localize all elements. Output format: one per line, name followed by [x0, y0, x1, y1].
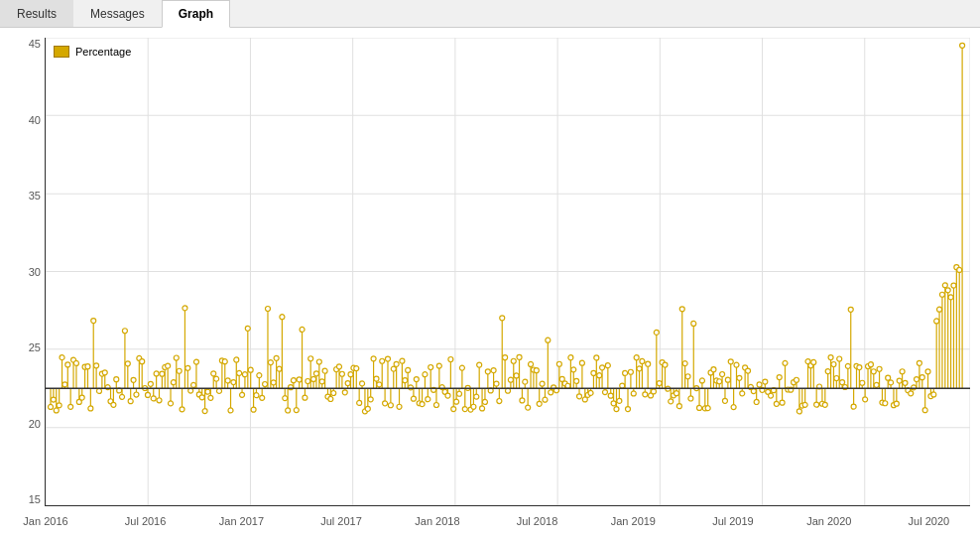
svg-point-64	[114, 377, 119, 382]
svg-point-180	[280, 315, 285, 320]
svg-point-386	[574, 378, 579, 383]
tab-results[interactable]: Results	[0, 0, 73, 27]
svg-point-290	[436, 363, 441, 368]
x-label-jan2017: Jan 2017	[219, 515, 264, 527]
svg-point-576	[845, 363, 850, 368]
svg-point-578	[848, 307, 853, 312]
svg-point-596	[874, 382, 879, 387]
svg-point-624	[915, 377, 919, 382]
svg-point-226	[345, 381, 350, 386]
svg-point-564	[828, 355, 833, 360]
svg-point-586	[860, 380, 865, 385]
svg-point-552	[811, 359, 816, 364]
svg-point-388	[577, 394, 582, 399]
svg-point-86	[145, 392, 150, 397]
svg-point-266	[403, 378, 408, 383]
svg-point-644	[942, 283, 947, 288]
svg-point-384	[571, 367, 576, 372]
svg-point-458	[676, 404, 681, 409]
svg-point-32	[68, 404, 73, 409]
svg-point-288	[433, 403, 438, 408]
svg-point-24	[57, 403, 61, 408]
svg-point-432	[640, 358, 645, 363]
svg-point-336	[503, 355, 508, 360]
svg-point-402	[597, 373, 602, 378]
svg-point-482	[711, 367, 716, 372]
svg-point-182	[283, 396, 288, 401]
svg-point-136	[216, 388, 221, 393]
svg-point-350	[523, 379, 528, 384]
svg-point-414	[614, 407, 619, 412]
x-label-jan2019: Jan 2019	[611, 515, 656, 527]
svg-point-628	[919, 375, 924, 380]
svg-point-428	[634, 355, 639, 360]
svg-point-436	[646, 361, 651, 366]
svg-point-252	[383, 401, 388, 406]
svg-point-650	[951, 283, 956, 288]
svg-point-324	[485, 369, 490, 374]
svg-point-152	[240, 392, 245, 397]
svg-point-570	[837, 356, 842, 361]
svg-point-56	[102, 370, 107, 375]
svg-point-174	[271, 380, 276, 385]
svg-point-298	[448, 357, 453, 362]
svg-point-96	[160, 371, 165, 376]
svg-point-422	[626, 407, 631, 412]
svg-point-120	[193, 359, 198, 364]
tab-graph[interactable]: Graph	[162, 0, 230, 28]
svg-point-510	[751, 389, 756, 394]
svg-point-426	[631, 391, 636, 396]
svg-point-532	[783, 360, 788, 365]
svg-point-280	[423, 372, 428, 377]
svg-point-142	[225, 378, 230, 383]
y-label-40: 40	[6, 114, 41, 126]
svg-point-328	[491, 368, 496, 373]
x-axis-labels: Jan 2016 Jul 2016 Jan 2017 Jul 2017 Jan …	[46, 515, 970, 527]
svg-point-40	[79, 395, 84, 400]
svg-point-162	[254, 393, 259, 398]
svg-point-546	[802, 402, 807, 407]
svg-point-334	[500, 316, 505, 321]
svg-point-146	[231, 380, 236, 385]
svg-point-306	[459, 365, 464, 370]
svg-point-242	[368, 397, 373, 402]
svg-point-220	[337, 364, 342, 369]
svg-point-346	[517, 354, 522, 359]
x-label-jul2019: Jul 2019	[712, 515, 754, 527]
svg-point-192	[297, 377, 302, 382]
svg-point-396	[588, 390, 593, 395]
svg-point-434	[643, 392, 648, 397]
svg-point-264	[400, 358, 405, 363]
svg-point-168	[263, 381, 268, 386]
svg-point-530	[780, 400, 785, 405]
svg-point-366	[546, 338, 551, 342]
svg-point-472	[697, 405, 702, 410]
chart-area: Percentage 45 40 35 30 25 20 15	[45, 38, 970, 506]
svg-point-18	[49, 404, 54, 409]
x-label-jul2017: Jul 2017	[320, 515, 362, 527]
svg-point-232	[354, 366, 359, 371]
svg-point-456	[674, 391, 678, 396]
svg-point-592	[868, 362, 873, 367]
svg-point-498	[734, 362, 739, 367]
svg-point-104	[171, 380, 176, 385]
svg-point-506	[746, 368, 751, 373]
svg-point-382	[568, 355, 573, 360]
svg-point-594	[871, 369, 876, 374]
svg-point-620	[909, 391, 914, 396]
svg-point-48	[91, 319, 96, 324]
svg-point-124	[199, 395, 204, 400]
svg-point-416	[617, 398, 622, 403]
y-axis-labels: 45 40 35 30 25 20 15	[6, 38, 41, 505]
tab-bar: Results Messages Graph	[0, 0, 980, 28]
svg-point-322	[482, 399, 487, 404]
svg-point-466	[688, 396, 693, 401]
svg-point-390	[579, 360, 584, 365]
svg-point-540	[794, 377, 798, 382]
tab-messages[interactable]: Messages	[73, 0, 162, 27]
svg-point-260	[394, 361, 399, 366]
svg-point-500	[737, 375, 742, 380]
svg-point-462	[682, 361, 687, 366]
svg-point-406	[602, 390, 607, 395]
svg-point-284	[429, 364, 433, 369]
